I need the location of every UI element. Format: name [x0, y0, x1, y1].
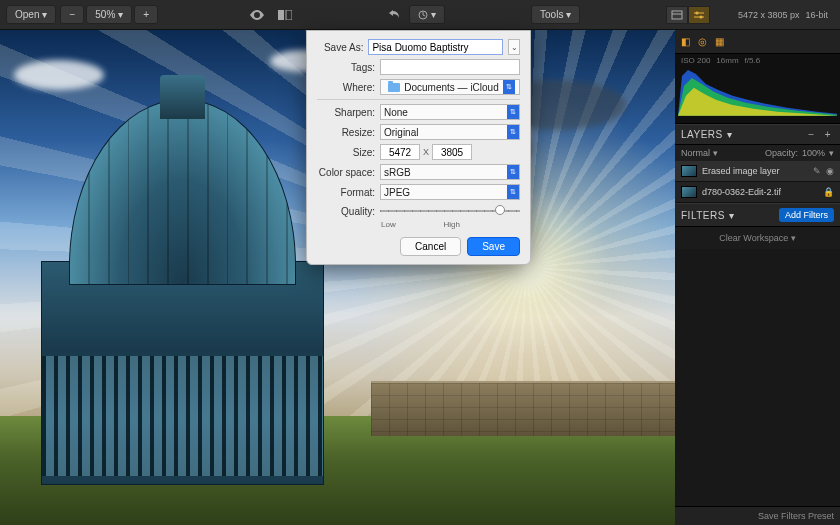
chevron-down-icon: ▾	[829, 148, 834, 158]
format-value: JPEG	[384, 187, 410, 198]
tags-input[interactable]	[380, 59, 520, 75]
layer-thumb-icon	[681, 165, 697, 177]
image-dimensions: 5472 x 3805 px	[738, 10, 800, 20]
clear-workspace-label: Clear Workspace	[719, 233, 788, 243]
save-as-expand-button[interactable]: ⌄	[508, 39, 520, 55]
crop-icon[interactable]: ◧	[681, 36, 690, 47]
chevron-down-icon: ▾	[727, 129, 733, 140]
opacity-label: Opacity:	[765, 148, 798, 158]
tools-label: Tools	[540, 9, 563, 20]
right-sidebar: ◧ ◎ ▦ ISO 200 16mm f/5.6 LAYERS ▾ − + No…	[675, 30, 840, 525]
quality-knob[interactable]	[495, 205, 505, 215]
zoom-in-button[interactable]: +	[134, 5, 158, 24]
visibility-eye-icon[interactable]: ◉	[826, 166, 834, 176]
meta-focal: 16mm	[716, 56, 738, 65]
chevron-down-icon: ▾	[431, 9, 436, 20]
top-toolbar: Open▾ − 50% ▾ + ▾ Tools▾ 5472 x 3805 px …	[0, 0, 840, 30]
sharpen-select[interactable]: None⇅	[380, 104, 520, 120]
save-button[interactable]: Save	[467, 237, 520, 256]
open-label: Open	[15, 9, 39, 20]
layer-name: Erased image layer	[702, 166, 780, 176]
layers-title: LAYERS	[681, 129, 723, 140]
zoom-value: 50%	[95, 9, 115, 20]
blend-mode-select[interactable]: Normal ▾	[681, 148, 718, 158]
lock-icon[interactable]: 🔒	[823, 187, 834, 197]
add-filters-button[interactable]: Add Filters	[779, 208, 834, 222]
panel-mode-presets[interactable]	[666, 6, 688, 24]
colorspace-select[interactable]: sRGB⇅	[380, 164, 520, 180]
size-width-input[interactable]	[380, 144, 420, 160]
folder-icon	[388, 83, 400, 92]
layer-row-file[interactable]: d780-0362-Edit-2.tif 🔒	[675, 182, 840, 203]
sharpen-label: Sharpen:	[317, 107, 375, 118]
updown-icon: ⇅	[507, 125, 519, 139]
layers-collapse-button[interactable]: −	[805, 129, 817, 140]
svg-rect-1	[286, 10, 292, 20]
quality-slider[interactable]	[380, 204, 520, 218]
layer-thumb-icon	[681, 186, 697, 198]
colorspace-value: sRGB	[384, 167, 411, 178]
histogram[interactable]: ISO 200 16mm f/5.6	[675, 54, 840, 124]
resize-label: Resize:	[317, 127, 375, 138]
cancel-button[interactable]: Cancel	[400, 237, 461, 256]
resize-select[interactable]: Original⇅	[380, 124, 520, 140]
save-as-label: Save As:	[317, 42, 363, 53]
format-select[interactable]: JPEG⇅	[380, 184, 520, 200]
layer-row-erased[interactable]: Erased image layer ✎ ◉	[675, 161, 840, 182]
format-label: Format:	[317, 187, 375, 198]
save-dialog: Save As: ⌄ Tags: Where: Documents — iClo…	[306, 30, 531, 265]
quality-high-label: High	[444, 220, 460, 229]
size-label: Size:	[317, 147, 375, 158]
layer-options: Normal ▾ Opacity: 100%▾	[675, 145, 840, 161]
size-inputs: X	[380, 144, 472, 160]
quality-low-label: Low	[381, 220, 396, 229]
quality-label: Quality:	[317, 206, 375, 217]
filters-title: FILTERS	[681, 210, 725, 221]
tools-menu[interactable]: Tools▾	[531, 5, 580, 24]
zoom-controls: − 50% ▾ +	[60, 5, 158, 24]
preview-eye-icon[interactable]	[244, 7, 270, 23]
updown-icon: ⇅	[507, 105, 519, 119]
open-menu[interactable]: Open▾	[6, 5, 56, 24]
filters-header[interactable]: FILTERS ▾ Add Filters	[675, 203, 840, 227]
adjust-icon[interactable]: ◎	[698, 36, 707, 47]
chevron-down-icon: ▾	[42, 9, 47, 20]
brush-icon[interactable]: ✎	[813, 166, 821, 176]
sharpen-value: None	[384, 107, 408, 118]
layer-name: d780-0362-Edit-2.tif	[702, 187, 781, 197]
svg-point-8	[700, 15, 703, 18]
tags-label: Tags:	[317, 62, 375, 73]
updown-icon: ⇅	[507, 165, 519, 179]
chevron-down-icon: ▾	[566, 9, 571, 20]
sidebar-tool-icons: ◧ ◎ ▦	[675, 30, 840, 54]
chevron-down-icon: ▾	[729, 210, 735, 221]
history-menu[interactable]: ▾	[409, 5, 445, 24]
meta-aperture: f/5.6	[745, 56, 761, 65]
clear-workspace-button[interactable]: Clear Workspace ▾	[675, 227, 840, 249]
svg-rect-3	[672, 11, 682, 19]
zoom-out-button[interactable]: −	[60, 5, 84, 24]
denoise-icon[interactable]: ▦	[715, 36, 724, 47]
save-as-input[interactable]	[368, 39, 503, 55]
size-height-input[interactable]	[432, 144, 472, 160]
svg-point-6	[696, 11, 699, 14]
panel-mode-sliders[interactable]	[688, 6, 710, 24]
layers-add-button[interactable]: +	[822, 129, 834, 140]
colorspace-label: Color space:	[317, 167, 375, 178]
save-filters-preset[interactable]: Save Filters Preset	[675, 506, 840, 525]
updown-icon: ⇅	[507, 185, 519, 199]
size-x: X	[423, 147, 429, 157]
where-value: Documents — iCloud	[404, 82, 498, 93]
panel-mode-toggle	[666, 6, 710, 24]
blend-mode-value: Normal	[681, 148, 710, 158]
layers-header[interactable]: LAYERS ▾ − +	[675, 124, 840, 145]
opacity-value[interactable]: 100%	[802, 148, 825, 158]
zoom-level[interactable]: 50% ▾	[86, 5, 132, 24]
svg-rect-0	[278, 10, 284, 20]
resize-value: Original	[384, 127, 418, 138]
updown-icon: ⇅	[503, 80, 515, 94]
undo-button[interactable]	[383, 7, 407, 23]
where-select[interactable]: Documents — iCloud ⇅	[380, 79, 520, 95]
compare-icon[interactable]	[272, 7, 298, 23]
image-bitdepth: 16-bit	[806, 10, 829, 20]
